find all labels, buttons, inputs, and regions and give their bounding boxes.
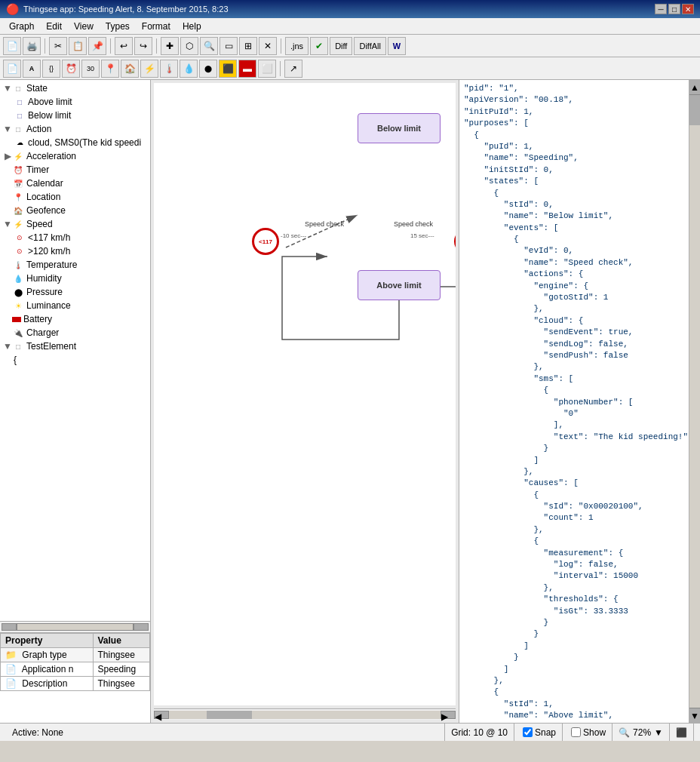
delete-button[interactable]: ✕ bbox=[259, 37, 277, 55]
tree-item-pressure[interactable]: ⬤ Pressure bbox=[2, 285, 149, 299]
tree-item-below-limit[interactable]: □ Below limit bbox=[12, 109, 149, 122]
menu-help[interactable]: Help bbox=[177, 20, 207, 33]
tree-item-location[interactable]: 📍 Location bbox=[2, 190, 149, 204]
check-button[interactable]: ✔ bbox=[310, 37, 328, 55]
props-row-application[interactable]: 📄 Application n Speeding bbox=[1, 662, 150, 677]
above-limit-node[interactable]: Above limit bbox=[358, 270, 441, 300]
vscroll-thumb[interactable] bbox=[689, 95, 700, 125]
tb2-btn7[interactable]: 🏠 bbox=[121, 60, 139, 78]
hscroll-thumb[interactable] bbox=[207, 711, 252, 719]
diagram-hscroll[interactable]: ◀ ▶ bbox=[154, 708, 456, 720]
tree-hscroll[interactable] bbox=[0, 621, 150, 632]
show-checkbox[interactable] bbox=[571, 727, 581, 737]
tb2-btn14[interactable]: ⬜ bbox=[258, 60, 276, 78]
grid-button[interactable]: ⊞ bbox=[239, 37, 257, 55]
tree-item-timer[interactable]: ⏰ Timer bbox=[2, 163, 149, 177]
jns-button[interactable]: .jns bbox=[285, 37, 309, 55]
tree-item-luminance[interactable]: ☀ Luminance bbox=[2, 299, 149, 312]
props-row-description[interactable]: 📄 Description Thingsee bbox=[1, 677, 150, 691]
undo-button[interactable]: ↩ bbox=[115, 37, 133, 55]
props-row-graph-type[interactable]: 📁 Graph type Thingsee bbox=[1, 648, 150, 662]
doc-icon-desc: 📄 bbox=[5, 678, 17, 689]
zoom-fit-icon[interactable]: ⬛ bbox=[676, 727, 687, 738]
search-button[interactable]: 🔍 bbox=[200, 37, 218, 55]
maximize-button[interactable]: □ bbox=[668, 4, 680, 14]
tree-item-geofence[interactable]: 🏠 Geofence bbox=[2, 204, 149, 217]
battery-label: Battery bbox=[23, 314, 52, 324]
status-show[interactable]: Show bbox=[563, 724, 612, 741]
new-button[interactable]: 📄 bbox=[3, 37, 21, 55]
above-limit-icon: □ bbox=[14, 96, 26, 108]
lasso-button[interactable]: ⬡ bbox=[180, 37, 198, 55]
menu-format[interactable]: Format bbox=[136, 20, 177, 33]
tb2-btn2[interactable]: A bbox=[23, 60, 41, 78]
hscroll-right-btn[interactable]: ▶ bbox=[441, 711, 456, 719]
vscroll-down-btn[interactable]: ▼ bbox=[689, 708, 700, 723]
menu-types[interactable]: Types bbox=[100, 20, 136, 33]
status-snap[interactable]: Snap bbox=[514, 724, 563, 741]
hscroll-track[interactable] bbox=[169, 711, 441, 719]
tb2-btn1[interactable]: 📄 bbox=[3, 60, 21, 78]
above-limit-node-label: Above limit bbox=[376, 281, 421, 290]
tree-item-cloud-sms[interactable]: ☁ cloud, SMS0(The kid speedi bbox=[12, 136, 149, 149]
tree-item-action[interactable]: ▼ □ Action bbox=[2, 122, 149, 136]
tree-item-speed-high[interactable]: ⊙ >120 km/h bbox=[12, 244, 149, 258]
copy-button[interactable]: 📋 bbox=[69, 37, 87, 55]
zoom-dropdown-icon[interactable]: ▼ bbox=[654, 727, 663, 738]
speed-check-label-1: Speed check bbox=[305, 220, 344, 228]
tree-item-speed-low[interactable]: ⊙ <117 km/h bbox=[12, 231, 149, 244]
tree-item-state[interactable]: ▼ □ State bbox=[2, 81, 149, 95]
tree-item-calendar[interactable]: 📅 Calendar bbox=[2, 177, 149, 190]
tb2-btn4[interactable]: ⏰ bbox=[62, 60, 80, 78]
tb2-btn5[interactable]: 30 bbox=[81, 60, 100, 78]
props-header-value: Value bbox=[93, 634, 150, 648]
redo-button[interactable]: ↪ bbox=[134, 37, 152, 55]
diffall-button[interactable]: DiffAll bbox=[354, 37, 386, 55]
hscroll-left[interactable] bbox=[2, 623, 17, 631]
tb2-btn11[interactable]: ⬤ bbox=[199, 60, 217, 78]
tb2-btn8[interactable]: ⚡ bbox=[140, 60, 158, 78]
tb2-btn9[interactable]: 🌡️ bbox=[160, 60, 178, 78]
tree-item-above-limit[interactable]: □ Above limit bbox=[12, 95, 149, 109]
tree-item-temperature[interactable]: 🌡️ Temperature bbox=[2, 258, 149, 272]
separator bbox=[281, 38, 281, 54]
diagram-area[interactable]: Below limit Above limit <117 >120 bbox=[154, 83, 456, 705]
tree-item-test-element[interactable]: ▼ □ TestElement bbox=[2, 340, 149, 353]
status-zoom-fit[interactable]: ⬛ bbox=[670, 724, 694, 741]
rect-button[interactable]: ▭ bbox=[220, 37, 238, 55]
below-limit-node[interactable]: Below limit bbox=[358, 113, 441, 143]
tb2-arrow[interactable]: ↗ bbox=[284, 60, 302, 78]
tb2-btn12[interactable]: ⬛ bbox=[219, 60, 237, 78]
tree-item-speed[interactable]: ▼ ⚡ Speed bbox=[2, 217, 149, 231]
snap-checkbox[interactable] bbox=[523, 727, 533, 737]
tree-item-battery[interactable]: Battery bbox=[2, 312, 149, 326]
vscroll-track[interactable] bbox=[689, 95, 700, 708]
tree-item-charger[interactable]: 🔌 Charger bbox=[2, 326, 149, 340]
hscroll-track[interactable] bbox=[17, 623, 134, 631]
status-zoom[interactable]: 🔍 72% ▼ bbox=[612, 724, 670, 741]
json-vscroll[interactable]: ▲ ▼ bbox=[689, 80, 700, 723]
tree-item-test-brace[interactable]: { bbox=[12, 353, 149, 367]
menu-view[interactable]: View bbox=[68, 20, 100, 33]
tree-item-humidity[interactable]: 💧 Humidity bbox=[2, 272, 149, 285]
close-button[interactable]: ✕ bbox=[682, 4, 694, 14]
tb2-btn3[interactable]: {} bbox=[42, 60, 60, 78]
print-button[interactable]: 🖨️ bbox=[23, 37, 41, 55]
status-bar: Active: None Grid: 10 @ 10 Snap Show 🔍 7… bbox=[0, 723, 700, 741]
tree-item-acceleration[interactable]: ▶ ⚡ Acceleration bbox=[2, 149, 149, 163]
menu-graph[interactable]: Graph bbox=[3, 20, 40, 33]
tb2-btn6[interactable]: 📍 bbox=[101, 60, 119, 78]
hscroll-left-btn[interactable]: ◀ bbox=[154, 711, 169, 719]
tb2-btn10[interactable]: 💧 bbox=[180, 60, 198, 78]
vscroll-up-btn[interactable]: ▲ bbox=[689, 80, 700, 95]
cut-button[interactable]: ✂ bbox=[49, 37, 67, 55]
word-button[interactable]: W bbox=[388, 37, 406, 55]
paste-button[interactable]: 📌 bbox=[88, 37, 106, 55]
hscroll-right[interactable] bbox=[134, 623, 149, 631]
properties-table: Property Value 📁 Graph type Thingsee bbox=[0, 633, 150, 691]
minimize-button[interactable]: ─ bbox=[655, 4, 667, 14]
tb2-btn13[interactable]: ▬ bbox=[238, 60, 256, 78]
menu-edit[interactable]: Edit bbox=[40, 20, 68, 33]
diff-button[interactable]: Diff bbox=[330, 37, 352, 55]
add-button[interactable]: ✚ bbox=[161, 37, 179, 55]
